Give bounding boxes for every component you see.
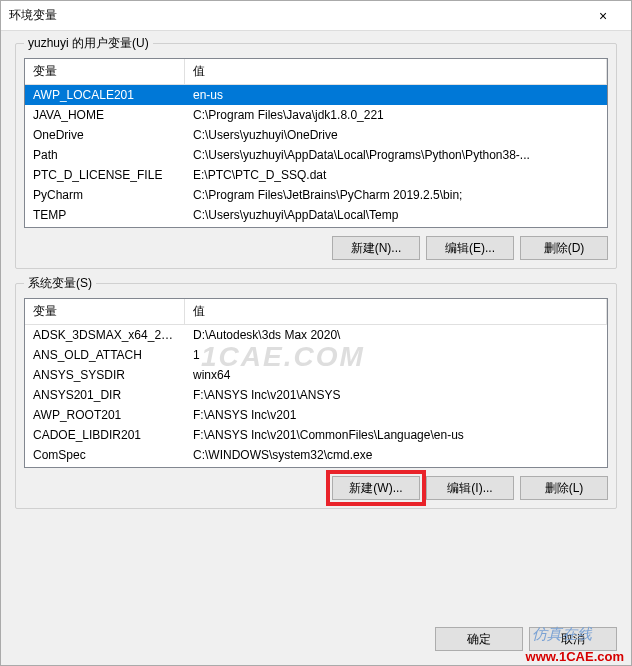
cell-value: winx64 <box>185 365 607 385</box>
user-list-body[interactable]: AWP_LOCALE201en-usJAVA_HOMEC:\Program Fi… <box>25 85 607 227</box>
system-group-legend: 系统变量(S) <box>24 275 96 292</box>
table-row[interactable]: ANSYS201_DIRF:\ANSYS Inc\v201\ANSYS <box>25 385 607 405</box>
cell-value: D:\Autodesk\3ds Max 2020\ <box>185 325 607 345</box>
cell-variable: ANSYS_SYSDIR <box>25 365 185 385</box>
col-value[interactable]: 值 <box>185 299 607 324</box>
user-delete-button[interactable]: 删除(D) <box>520 236 608 260</box>
cell-value: C:\Program Files\Java\jdk1.8.0_221 <box>185 105 607 125</box>
cell-value: C:\Users\yuzhuyi\AppData\Local\Temp <box>185 205 607 225</box>
table-row[interactable]: ANS_OLD_ATTACH1 <box>25 345 607 365</box>
system-list-body[interactable]: ADSK_3DSMAX_x64_2020D:\Autodesk\3ds Max … <box>25 325 607 467</box>
user-variables-group: yuzhuyi 的用户变量(U) 变量 值 AWP_LOCALE201en-us… <box>15 43 617 269</box>
table-row[interactable]: TEMPC:\Users\yuzhuyi\AppData\Local\Temp <box>25 205 607 225</box>
user-edit-button[interactable]: 编辑(E)... <box>426 236 514 260</box>
cell-value: C:\WINDOWS\system32\cmd.exe <box>185 445 607 465</box>
col-value[interactable]: 值 <box>185 59 607 84</box>
user-variables-list[interactable]: 变量 值 AWP_LOCALE201en-usJAVA_HOMEC:\Progr… <box>24 58 608 228</box>
system-variables-list[interactable]: 变量 值 ADSK_3DSMAX_x64_2020D:\Autodesk\3ds… <box>24 298 608 468</box>
system-new-button[interactable]: 新建(W)... <box>332 476 420 500</box>
cell-value: en-us <box>185 85 607 105</box>
cell-variable: CADOE_LIBDIR201 <box>25 425 185 445</box>
list-header: 变量 值 <box>25 59 607 85</box>
cell-variable: TEMP <box>25 205 185 225</box>
cell-variable: ANS_OLD_ATTACH <box>25 345 185 365</box>
cancel-button[interactable]: 取消 <box>529 627 617 651</box>
col-variable[interactable]: 变量 <box>25 59 185 84</box>
cell-variable: AWP_LOCALE201 <box>25 85 185 105</box>
table-row[interactable]: AWP_LOCALE201en-us <box>25 85 607 105</box>
cell-value: 1 <box>185 345 607 365</box>
table-row[interactable]: OneDriveC:\Users\yuzhuyi\OneDrive <box>25 125 607 145</box>
system-delete-button[interactable]: 删除(L) <box>520 476 608 500</box>
table-row[interactable]: PyCharmC:\Program Files\JetBrains\PyChar… <box>25 185 607 205</box>
cell-value: C:\Users\yuzhuyi\OneDrive <box>185 125 607 145</box>
system-btn-row: 新建(W)... 编辑(I)... 删除(L) <box>24 476 608 500</box>
cell-value: E:\PTC\PTC_D_SSQ.dat <box>185 165 607 185</box>
system-variables-group: 系统变量(S) 变量 值 ADSK_3DSMAX_x64_2020D:\Auto… <box>15 283 617 509</box>
user-btn-row: 新建(N)... 编辑(E)... 删除(D) <box>24 236 608 260</box>
cell-variable: PyCharm <box>25 185 185 205</box>
titlebar: 环境变量 × <box>1 1 631 31</box>
cell-variable: PTC_D_LICENSE_FILE <box>25 165 185 185</box>
table-row[interactable]: ComSpecC:\WINDOWS\system32\cmd.exe <box>25 445 607 465</box>
cell-variable: ComSpec <box>25 445 185 465</box>
cell-variable: AWP_ROOT201 <box>25 405 185 425</box>
cell-variable: ADSK_3DSMAX_x64_2020 <box>25 325 185 345</box>
cell-variable: OneDrive <box>25 125 185 145</box>
cell-value: C:\Program Files\JetBrains\PyCharm 2019.… <box>185 185 607 205</box>
close-icon[interactable]: × <box>583 8 623 24</box>
env-variables-dialog: 环境变量 × yuzhuyi 的用户变量(U) 变量 值 AWP_LOCALE2… <box>0 0 632 666</box>
table-row[interactable]: ADSK_3DSMAX_x64_2020D:\Autodesk\3ds Max … <box>25 325 607 345</box>
cell-value: F:\ANSYS Inc\v201\CommonFiles\Language\e… <box>185 425 607 445</box>
dialog-title: 环境变量 <box>9 7 583 24</box>
cell-variable: ANSYS201_DIR <box>25 385 185 405</box>
table-row[interactable]: PathC:\Users\yuzhuyi\AppData\Local\Progr… <box>25 145 607 165</box>
cell-value: C:\Users\yuzhuyi\AppData\Local\Programs\… <box>185 145 607 165</box>
ok-button[interactable]: 确定 <box>435 627 523 651</box>
cell-variable: Path <box>25 145 185 165</box>
table-row[interactable]: CADOE_LIBDIR201F:\ANSYS Inc\v201\CommonF… <box>25 425 607 445</box>
col-variable[interactable]: 变量 <box>25 299 185 324</box>
cell-value: F:\ANSYS Inc\v201 <box>185 405 607 425</box>
user-group-legend: yuzhuyi 的用户变量(U) <box>24 35 153 52</box>
list-header: 变量 值 <box>25 299 607 325</box>
system-edit-button[interactable]: 编辑(I)... <box>426 476 514 500</box>
cell-value: F:\ANSYS Inc\v201\ANSYS <box>185 385 607 405</box>
table-row[interactable]: AWP_ROOT201F:\ANSYS Inc\v201 <box>25 405 607 425</box>
user-new-button[interactable]: 新建(N)... <box>332 236 420 260</box>
cell-variable: JAVA_HOME <box>25 105 185 125</box>
dialog-content: yuzhuyi 的用户变量(U) 变量 值 AWP_LOCALE201en-us… <box>1 31 631 619</box>
table-row[interactable]: JAVA_HOMEC:\Program Files\Java\jdk1.8.0_… <box>25 105 607 125</box>
dialog-footer: 确定 取消 <box>1 619 631 665</box>
table-row[interactable]: PTC_D_LICENSE_FILEE:\PTC\PTC_D_SSQ.dat <box>25 165 607 185</box>
table-row[interactable]: ANSYS_SYSDIRwinx64 <box>25 365 607 385</box>
